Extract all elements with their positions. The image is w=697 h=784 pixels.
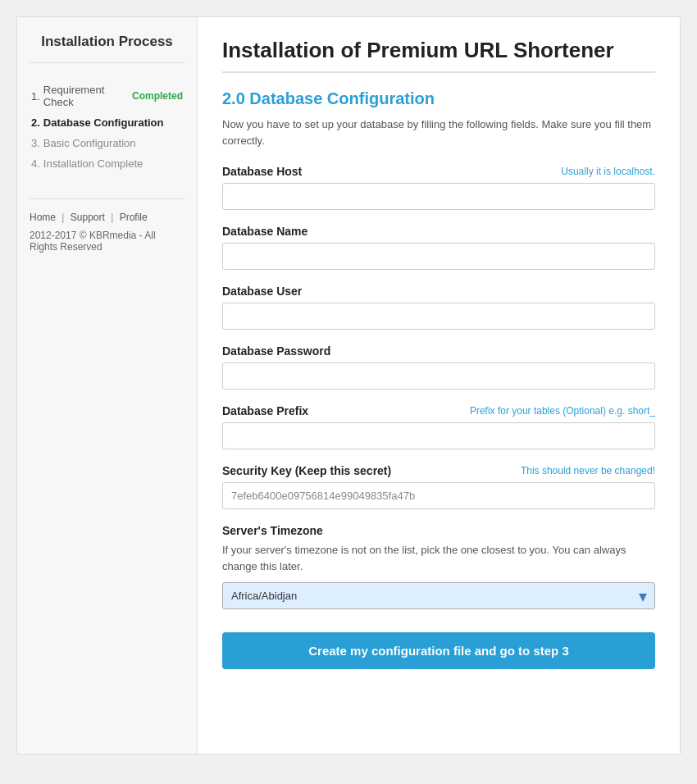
sidebar-step-1: 1. Requirement Check Completed xyxy=(30,80,184,112)
sidebar-step-3: 3. Basic Configuration xyxy=(30,133,184,153)
footer-link-home[interactable]: Home xyxy=(30,212,56,223)
section-title: 2.0 Database Configuration xyxy=(222,89,655,108)
hint-db-prefix: Prefix for your tables (Optional) e.g. s… xyxy=(470,405,655,417)
footer-sep-1: | xyxy=(61,212,64,223)
hint-security-key: This should never be changed! xyxy=(521,465,655,476)
input-db-name[interactable] xyxy=(222,243,655,270)
field-header-security-key: Security Key (Keep this secret) This sho… xyxy=(222,464,655,477)
hint-db-host: Usually it is localhost. xyxy=(561,166,655,177)
timezone-select[interactable]: Africa/Abidjan Africa/Accra Africa/Addis… xyxy=(222,582,655,609)
footer-link-support[interactable]: Support xyxy=(71,212,105,223)
main-content: Installation of Premium URL Shortener 2.… xyxy=(198,17,680,754)
field-header-db-password: Database Password xyxy=(222,344,655,358)
input-db-user[interactable] xyxy=(222,303,655,330)
label-db-prefix: Database Prefix xyxy=(222,404,308,417)
sidebar-steps: 1. Requirement Check Completed 2. Databa… xyxy=(30,80,184,174)
step-2-num: 2. xyxy=(31,116,40,129)
label-db-host: Database Host xyxy=(222,165,302,178)
field-group-security-key: Security Key (Keep this secret) This sho… xyxy=(222,464,655,509)
sidebar-footer-links: Home | Support | Profile xyxy=(30,212,184,223)
sidebar-step-4: 4. Installation Complete xyxy=(30,153,184,174)
field-group-db-host: Database Host Usually it is localhost. xyxy=(222,165,655,210)
label-security-key: Security Key (Keep this secret) xyxy=(222,464,391,477)
label-db-name: Database Name xyxy=(222,225,308,238)
label-timezone: Server's Timezone xyxy=(222,524,323,537)
field-header-db-user: Database User xyxy=(222,285,655,298)
sidebar-step-2: 2. Database Configuration xyxy=(30,112,184,133)
timezone-select-wrapper: Africa/Abidjan Africa/Accra Africa/Addis… xyxy=(222,582,655,609)
field-header-db-name: Database Name xyxy=(222,225,655,238)
field-group-db-user: Database User xyxy=(222,285,655,330)
step-4-label: Installation Complete xyxy=(43,157,143,170)
input-db-prefix[interactable] xyxy=(222,422,655,449)
step-1-num: 1. xyxy=(31,90,40,103)
footer-link-profile[interactable]: Profile xyxy=(120,212,148,223)
step-4-num: 4. xyxy=(31,157,40,170)
sidebar-footer: Home | Support | Profile 2012-2017 © KBR… xyxy=(30,198,184,253)
field-group-timezone: Server's Timezone If your server's timez… xyxy=(222,524,655,609)
field-group-db-name: Database Name xyxy=(222,225,655,270)
step-1-label: Requirement Check xyxy=(43,84,129,108)
timezone-desc: If your server's timezone is not on the … xyxy=(222,542,655,574)
step-2-label: Database Configuration xyxy=(43,116,164,129)
page-title: Installation of Premium URL Shortener xyxy=(222,38,655,73)
submit-button[interactable]: Create my configuration file and go to s… xyxy=(222,632,655,669)
sidebar: Installation Process 1. Requirement Chec… xyxy=(17,17,198,754)
label-db-password: Database Password xyxy=(222,344,330,358)
step-3-label: Basic Configuration xyxy=(43,137,136,149)
footer-sep-2: | xyxy=(111,212,113,223)
sidebar-title: Installation Process xyxy=(30,34,184,63)
step-1-badge: Completed xyxy=(132,90,183,102)
field-header-db-host: Database Host Usually it is localhost. xyxy=(222,165,655,178)
step-3-num: 3. xyxy=(31,137,40,149)
label-db-user: Database User xyxy=(222,285,302,298)
input-db-host[interactable] xyxy=(222,183,655,210)
footer-copyright: 2012-2017 © KBRmedia - All Rights Reserv… xyxy=(30,230,184,253)
input-db-password[interactable] xyxy=(222,362,655,390)
field-group-db-password: Database Password xyxy=(222,344,655,390)
input-security-key[interactable] xyxy=(222,482,655,509)
field-header-db-prefix: Database Prefix Prefix for your tables (… xyxy=(222,404,655,417)
section-desc: Now you have to set up your database by … xyxy=(222,116,655,148)
field-header-timezone: Server's Timezone xyxy=(222,524,655,537)
field-group-db-prefix: Database Prefix Prefix for your tables (… xyxy=(222,404,655,449)
